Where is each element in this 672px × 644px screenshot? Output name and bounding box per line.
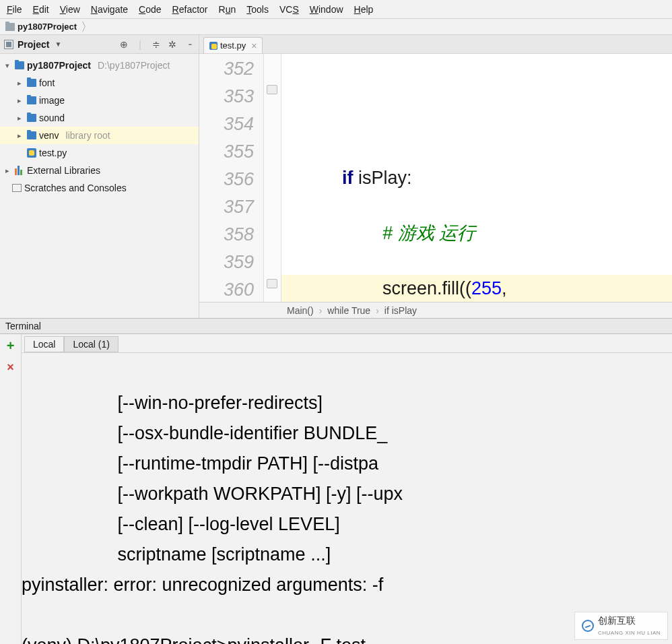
terminal-title: Terminal — [5, 321, 41, 331]
project-tool-window: Project ▼ ⊕ | ≑ ✲ ╶ ▾ py1807Project D:\p… — [0, 35, 199, 318]
terminal-tabs: Local Local (1) — [22, 334, 672, 353]
chevron-right-icon: › — [319, 305, 323, 316]
folder-icon — [5, 23, 15, 31]
arrow-right-icon[interactable]: ▸ — [3, 166, 12, 175]
terminal-output[interactable]: [--win-no-prefer-redirects] [--osx-bundl… — [22, 353, 672, 644]
line-number: 354 — [199, 110, 254, 138]
tree-scratches[interactable]: Scratches and Consoles — [0, 179, 199, 197]
watermark: 创新互联 CHUANG XIN HU LIAN — [574, 612, 668, 640]
project-icon — [4, 40, 13, 49]
scratches-icon — [12, 184, 22, 192]
menu-refactor[interactable]: Refactor — [172, 4, 208, 15]
plus-icon[interactable]: + — [7, 338, 15, 354]
menu-navigate[interactable]: Navigate — [91, 4, 128, 15]
collapse-icon[interactable]: ≑ — [150, 39, 162, 50]
chevron-right-icon: 〉 — [81, 23, 93, 31]
term-line: [--workpath WORKPATH] [-y] [--upx — [22, 484, 403, 504]
folder-icon — [15, 61, 24, 69]
library-icon — [15, 166, 24, 175]
menu-run[interactable]: Run — [219, 4, 236, 15]
term-line: [--runtime-tmpdir PATH] [--distpa — [22, 453, 378, 474]
line-number: 356 — [199, 166, 254, 193]
arrow-down-icon[interactable]: ▾ — [3, 61, 12, 70]
code-content[interactable]: if isPlay: # 游戏 运行 screen.fill((255, bgO… — [281, 54, 672, 302]
line-gutter: 352 353 354 355 356 357 358 359 360 — [199, 54, 264, 302]
terminal-tab-local-1[interactable]: Local (1) — [64, 336, 118, 352]
line-number: 359 — [199, 249, 254, 276]
fold-handle-icon[interactable] — [267, 85, 277, 94]
menu-vcs[interactable]: VCS — [279, 4, 299, 15]
term-line: [--win-no-prefer-redirects] — [22, 393, 323, 413]
tree-item-venv[interactable]: ▸ venv library root — [0, 127, 199, 144]
logo-icon — [582, 620, 594, 632]
navigation-bar: py1807Project 〉 — [0, 19, 672, 35]
crumb-item[interactable]: while True — [327, 305, 370, 316]
python-file-icon — [209, 42, 217, 50]
watermark-brand: 创新互联 — [598, 615, 636, 626]
target-icon[interactable]: ⊕ — [118, 39, 130, 50]
terminal-tool-header[interactable]: Terminal — [0, 318, 672, 334]
arrow-right-icon[interactable]: ▸ — [15, 79, 24, 88]
code-keyword: if — [342, 168, 354, 188]
menu-view[interactable]: View — [60, 4, 80, 15]
tree-item-image[interactable]: ▸ image — [0, 92, 199, 109]
python-file-icon — [27, 148, 36, 158]
menu-code[interactable]: Code — [139, 4, 161, 15]
terminal-panel: + × Local Local (1) [--win-no-prefer-red… — [0, 334, 672, 644]
tab-label: Local — [33, 339, 55, 350]
code-number: 255 — [471, 278, 502, 298]
hide-icon[interactable]: ╶ — [182, 39, 195, 50]
crumb-item[interactable]: if isPlay — [384, 305, 417, 316]
menu-edit[interactable]: Edit — [33, 4, 49, 15]
arrow-right-icon[interactable]: ▸ — [15, 96, 24, 105]
tree-item-font[interactable]: ▸ font — [0, 74, 199, 92]
tree-hint: library root — [66, 130, 110, 141]
tree-label: test.py — [39, 148, 67, 158]
fold-handle-icon[interactable] — [267, 279, 277, 288]
folder-icon — [27, 114, 36, 122]
menubar: File Edit View Navigate Code Refactor Ru… — [0, 0, 672, 19]
menu-tools[interactable]: Tools — [246, 4, 269, 15]
menu-file[interactable]: File — [7, 4, 22, 15]
editor-tab-testpy[interactable]: test.py × — [203, 37, 263, 53]
terminal-tab-local[interactable]: Local — [24, 336, 64, 352]
tree-label: Scratches and Consoles — [24, 183, 127, 193]
menu-help[interactable]: Help — [354, 4, 374, 15]
code-text: isPlay: — [354, 168, 412, 188]
project-header: Project ▼ ⊕ | ≑ ✲ ╶ — [0, 35, 199, 54]
tree-root-name: py1807Project — [27, 60, 91, 71]
tree-label: image — [39, 95, 65, 106]
tree-root[interactable]: ▾ py1807Project D:\py1807Project — [0, 57, 199, 74]
arrow-right-icon[interactable]: ▸ — [15, 114, 24, 123]
editor-tabs: test.py × — [199, 35, 672, 54]
fold-strip — [264, 54, 281, 302]
term-line: [--osx-bundle-identifier BUNDLE_ — [22, 423, 387, 443]
tree-label: sound — [39, 112, 65, 123]
tab-label: test.py — [220, 40, 246, 51]
chevron-right-icon: › — [376, 305, 379, 316]
code-text: , — [502, 278, 507, 298]
folder-icon — [27, 79, 36, 87]
folder-icon — [27, 131, 36, 139]
folder-icon — [27, 96, 36, 104]
arrow-right-icon[interactable]: ▸ — [15, 131, 24, 140]
editor-breadcrumbs: Main() › while True › if isPlay — [199, 302, 672, 318]
close-icon[interactable]: × — [251, 40, 257, 51]
line-number: 357 — [199, 193, 254, 221]
close-icon[interactable]: × — [7, 360, 14, 375]
terminal-toolbar: + × — [0, 334, 22, 644]
tree-label: External Libraries — [27, 165, 100, 176]
tree-item-sound[interactable]: ▸ sound — [0, 109, 199, 127]
menu-window[interactable]: Window — [310, 4, 343, 15]
term-line: pyinstaller: error: unrecognized argumen… — [22, 575, 383, 595]
project-title[interactable]: Project — [18, 39, 49, 50]
breadcrumb-root[interactable]: py1807Project — [18, 22, 77, 32]
crumb-item[interactable]: Main() — [287, 305, 314, 316]
code-editor[interactable]: 352 353 354 355 356 357 358 359 360 if i… — [199, 54, 672, 302]
line-number: 358 — [199, 221, 254, 249]
code-comment: # 游戏 运行 — [322, 223, 475, 243]
gear-icon[interactable]: ✲ — [166, 39, 178, 50]
chevron-down-icon[interactable]: ▼ — [55, 40, 61, 48]
tree-external-libraries[interactable]: ▸ External Libraries — [0, 162, 199, 179]
tree-item-testpy[interactable]: test.py — [0, 144, 199, 162]
